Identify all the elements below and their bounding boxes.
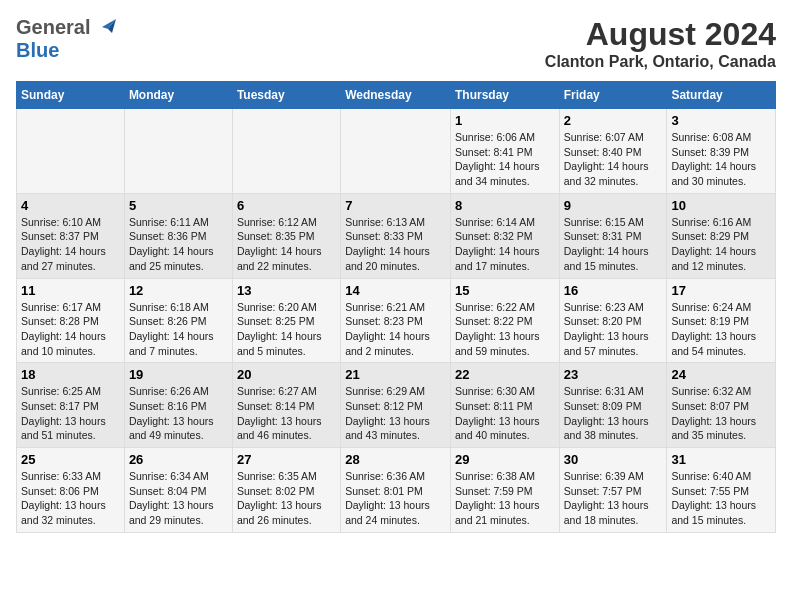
day-detail: Sunrise: 6:38 AM Sunset: 7:59 PM Dayligh…: [455, 469, 555, 528]
day-detail: Sunrise: 6:15 AM Sunset: 8:31 PM Dayligh…: [564, 215, 663, 274]
calendar-cell: 15Sunrise: 6:22 AM Sunset: 8:22 PM Dayli…: [450, 278, 559, 363]
calendar-cell: 31Sunrise: 6:40 AM Sunset: 7:55 PM Dayli…: [667, 448, 776, 533]
weekday-header-row: SundayMondayTuesdayWednesdayThursdayFrid…: [17, 82, 776, 109]
calendar-cell: [124, 109, 232, 194]
day-detail: Sunrise: 6:11 AM Sunset: 8:36 PM Dayligh…: [129, 215, 228, 274]
day-detail: Sunrise: 6:16 AM Sunset: 8:29 PM Dayligh…: [671, 215, 771, 274]
logo-general-text: General: [16, 16, 90, 39]
calendar-cell: 24Sunrise: 6:32 AM Sunset: 8:07 PM Dayli…: [667, 363, 776, 448]
day-detail: Sunrise: 6:35 AM Sunset: 8:02 PM Dayligh…: [237, 469, 336, 528]
calendar-cell: 19Sunrise: 6:26 AM Sunset: 8:16 PM Dayli…: [124, 363, 232, 448]
day-number: 11: [21, 283, 120, 298]
weekday-header-thursday: Thursday: [450, 82, 559, 109]
calendar-week-row: 11Sunrise: 6:17 AM Sunset: 8:28 PM Dayli…: [17, 278, 776, 363]
day-number: 24: [671, 367, 771, 382]
calendar-cell: [341, 109, 451, 194]
calendar-cell: 10Sunrise: 6:16 AM Sunset: 8:29 PM Dayli…: [667, 193, 776, 278]
day-number: 23: [564, 367, 663, 382]
day-number: 31: [671, 452, 771, 467]
day-number: 1: [455, 113, 555, 128]
logo-blue-text: Blue: [16, 39, 59, 62]
day-number: 3: [671, 113, 771, 128]
calendar-table: SundayMondayTuesdayWednesdayThursdayFrid…: [16, 81, 776, 533]
weekday-header-saturday: Saturday: [667, 82, 776, 109]
day-number: 2: [564, 113, 663, 128]
day-detail: Sunrise: 6:30 AM Sunset: 8:11 PM Dayligh…: [455, 384, 555, 443]
day-number: 16: [564, 283, 663, 298]
day-number: 13: [237, 283, 336, 298]
day-number: 19: [129, 367, 228, 382]
calendar-cell: 1Sunrise: 6:06 AM Sunset: 8:41 PM Daylig…: [450, 109, 559, 194]
calendar-cell: 29Sunrise: 6:38 AM Sunset: 7:59 PM Dayli…: [450, 448, 559, 533]
calendar-cell: 5Sunrise: 6:11 AM Sunset: 8:36 PM Daylig…: [124, 193, 232, 278]
calendar-week-row: 4Sunrise: 6:10 AM Sunset: 8:37 PM Daylig…: [17, 193, 776, 278]
calendar-cell: 8Sunrise: 6:14 AM Sunset: 8:32 PM Daylig…: [450, 193, 559, 278]
day-detail: Sunrise: 6:07 AM Sunset: 8:40 PM Dayligh…: [564, 130, 663, 189]
title-area: August 2024 Clanton Park, Ontario, Canad…: [545, 16, 776, 71]
day-detail: Sunrise: 6:33 AM Sunset: 8:06 PM Dayligh…: [21, 469, 120, 528]
calendar-cell: 13Sunrise: 6:20 AM Sunset: 8:25 PM Dayli…: [232, 278, 340, 363]
day-detail: Sunrise: 6:27 AM Sunset: 8:14 PM Dayligh…: [237, 384, 336, 443]
calendar-cell: 25Sunrise: 6:33 AM Sunset: 8:06 PM Dayli…: [17, 448, 125, 533]
logo-bird-icon: [94, 15, 116, 37]
calendar-cell: 23Sunrise: 6:31 AM Sunset: 8:09 PM Dayli…: [559, 363, 667, 448]
calendar-cell: 11Sunrise: 6:17 AM Sunset: 8:28 PM Dayli…: [17, 278, 125, 363]
day-number: 17: [671, 283, 771, 298]
calendar-cell: [17, 109, 125, 194]
header: General Blue August 2024 Clanton Park, O…: [16, 16, 776, 71]
day-detail: Sunrise: 6:25 AM Sunset: 8:17 PM Dayligh…: [21, 384, 120, 443]
calendar-cell: 4Sunrise: 6:10 AM Sunset: 8:37 PM Daylig…: [17, 193, 125, 278]
day-detail: Sunrise: 6:29 AM Sunset: 8:12 PM Dayligh…: [345, 384, 446, 443]
day-number: 6: [237, 198, 336, 213]
day-number: 21: [345, 367, 446, 382]
day-detail: Sunrise: 6:06 AM Sunset: 8:41 PM Dayligh…: [455, 130, 555, 189]
day-number: 15: [455, 283, 555, 298]
day-detail: Sunrise: 6:12 AM Sunset: 8:35 PM Dayligh…: [237, 215, 336, 274]
day-detail: Sunrise: 6:21 AM Sunset: 8:23 PM Dayligh…: [345, 300, 446, 359]
calendar-cell: 22Sunrise: 6:30 AM Sunset: 8:11 PM Dayli…: [450, 363, 559, 448]
day-detail: Sunrise: 6:13 AM Sunset: 8:33 PM Dayligh…: [345, 215, 446, 274]
day-number: 5: [129, 198, 228, 213]
day-detail: Sunrise: 6:26 AM Sunset: 8:16 PM Dayligh…: [129, 384, 228, 443]
calendar-week-row: 25Sunrise: 6:33 AM Sunset: 8:06 PM Dayli…: [17, 448, 776, 533]
calendar-cell: 9Sunrise: 6:15 AM Sunset: 8:31 PM Daylig…: [559, 193, 667, 278]
calendar-cell: 20Sunrise: 6:27 AM Sunset: 8:14 PM Dayli…: [232, 363, 340, 448]
calendar-cell: 17Sunrise: 6:24 AM Sunset: 8:19 PM Dayli…: [667, 278, 776, 363]
day-detail: Sunrise: 6:20 AM Sunset: 8:25 PM Dayligh…: [237, 300, 336, 359]
day-detail: Sunrise: 6:31 AM Sunset: 8:09 PM Dayligh…: [564, 384, 663, 443]
calendar-cell: 6Sunrise: 6:12 AM Sunset: 8:35 PM Daylig…: [232, 193, 340, 278]
day-detail: Sunrise: 6:39 AM Sunset: 7:57 PM Dayligh…: [564, 469, 663, 528]
day-number: 28: [345, 452, 446, 467]
weekday-header-friday: Friday: [559, 82, 667, 109]
calendar-cell: 21Sunrise: 6:29 AM Sunset: 8:12 PM Dayli…: [341, 363, 451, 448]
day-detail: Sunrise: 6:34 AM Sunset: 8:04 PM Dayligh…: [129, 469, 228, 528]
day-detail: Sunrise: 6:24 AM Sunset: 8:19 PM Dayligh…: [671, 300, 771, 359]
calendar-cell: 30Sunrise: 6:39 AM Sunset: 7:57 PM Dayli…: [559, 448, 667, 533]
calendar-cell: 18Sunrise: 6:25 AM Sunset: 8:17 PM Dayli…: [17, 363, 125, 448]
day-number: 25: [21, 452, 120, 467]
calendar-cell: 27Sunrise: 6:35 AM Sunset: 8:02 PM Dayli…: [232, 448, 340, 533]
location-subtitle: Clanton Park, Ontario, Canada: [545, 53, 776, 71]
day-detail: Sunrise: 6:32 AM Sunset: 8:07 PM Dayligh…: [671, 384, 771, 443]
calendar-cell: 3Sunrise: 6:08 AM Sunset: 8:39 PM Daylig…: [667, 109, 776, 194]
day-number: 27: [237, 452, 336, 467]
day-detail: Sunrise: 6:14 AM Sunset: 8:32 PM Dayligh…: [455, 215, 555, 274]
day-detail: Sunrise: 6:40 AM Sunset: 7:55 PM Dayligh…: [671, 469, 771, 528]
day-number: 10: [671, 198, 771, 213]
day-number: 26: [129, 452, 228, 467]
calendar-cell: 26Sunrise: 6:34 AM Sunset: 8:04 PM Dayli…: [124, 448, 232, 533]
day-number: 14: [345, 283, 446, 298]
calendar-week-row: 1Sunrise: 6:06 AM Sunset: 8:41 PM Daylig…: [17, 109, 776, 194]
day-number: 22: [455, 367, 555, 382]
day-number: 7: [345, 198, 446, 213]
day-number: 20: [237, 367, 336, 382]
day-detail: Sunrise: 6:22 AM Sunset: 8:22 PM Dayligh…: [455, 300, 555, 359]
logo: General Blue: [16, 16, 116, 62]
month-year-title: August 2024: [545, 16, 776, 53]
calendar-week-row: 18Sunrise: 6:25 AM Sunset: 8:17 PM Dayli…: [17, 363, 776, 448]
day-detail: Sunrise: 6:18 AM Sunset: 8:26 PM Dayligh…: [129, 300, 228, 359]
day-number: 4: [21, 198, 120, 213]
day-number: 18: [21, 367, 120, 382]
day-number: 9: [564, 198, 663, 213]
calendar-cell: 12Sunrise: 6:18 AM Sunset: 8:26 PM Dayli…: [124, 278, 232, 363]
